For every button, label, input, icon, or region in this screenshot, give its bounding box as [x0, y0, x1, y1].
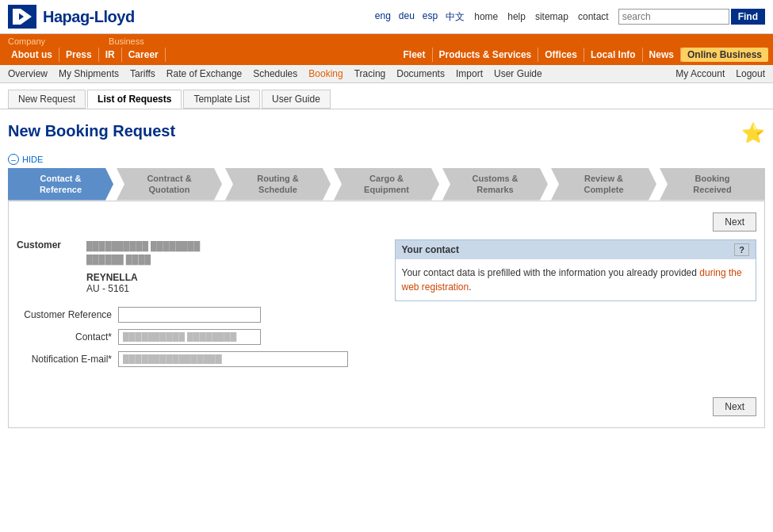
customer-reference-input[interactable]	[118, 307, 261, 323]
customer-location: AU - 5161	[86, 283, 200, 294]
notification-email-row: Notification E-mail*	[17, 351, 379, 367]
customer-details: ██████████ ████████ ██████ ████ REYNELLA…	[86, 239, 200, 294]
steps-bar: Contact &Reference Contract &Quotation R…	[0, 168, 773, 201]
bottom-next-button[interactable]: Next	[713, 397, 756, 416]
top-nav-links: home help sitemap contact	[474, 11, 608, 22]
subnav-overview[interactable]: Overview	[8, 68, 48, 79]
step-booking-received[interactable]: BookingReceived	[660, 168, 765, 201]
hide-circle-icon: –	[8, 154, 19, 165]
section-labels: Company Business	[0, 34, 773, 46]
customer-line2: ██████ ████	[86, 253, 200, 267]
company-section-label: Company	[8, 36, 45, 46]
nav-press[interactable]: Press	[59, 48, 99, 62]
logo-icon	[8, 5, 36, 29]
nav-career[interactable]: Career	[122, 48, 166, 62]
tab-list-of-requests[interactable]: List of Requests	[87, 90, 182, 109]
svg-marker-1	[13, 9, 19, 25]
tab-bar: New Request List of Requests Template Li…	[0, 83, 773, 109]
step-contact-reference[interactable]: Contact &Reference	[8, 168, 113, 201]
tab-template-list[interactable]: Template List	[183, 90, 260, 109]
top-next-row: Next	[17, 209, 756, 239]
subnav-import[interactable]: Import	[456, 68, 483, 79]
logo-text: Hapag-Lloyd	[43, 8, 135, 26]
nav-ir[interactable]: IR	[99, 48, 122, 62]
subnav-documents[interactable]: Documents	[396, 68, 445, 79]
sub-nav-right: My Account Logout	[675, 68, 765, 79]
notification-email-input[interactable]	[118, 351, 348, 367]
your-contact-title: Your contact	[402, 244, 459, 255]
subnav-user-guide[interactable]: User Guide	[494, 68, 542, 79]
step-cargo-equipment[interactable]: Cargo &Equipment	[334, 168, 439, 201]
subnav-tracing[interactable]: Tracing	[354, 68, 386, 79]
tab-user-guide[interactable]: User Guide	[262, 90, 331, 109]
step-contract-quotation[interactable]: Contract &Quotation	[117, 168, 222, 201]
customer-name: REYNELLA	[86, 272, 200, 283]
nav-products-services[interactable]: Products & Services	[433, 48, 539, 62]
lang-links: eng deu esp 中文	[375, 10, 465, 24]
nav-local-info[interactable]: Local Info	[584, 48, 643, 62]
customer-label: Customer	[17, 239, 80, 251]
customer-reference-row: Customer Reference	[17, 307, 379, 323]
subnav-my-shipments[interactable]: My Shipments	[59, 68, 119, 79]
contact-box-body: Your contact data is prefilled with the …	[396, 259, 756, 300]
nav-sitemap[interactable]: sitemap	[535, 11, 568, 22]
nav-news[interactable]: News	[643, 48, 681, 62]
contact-row: Contact*	[17, 329, 379, 345]
orange-nav-items: About us Press IR Career Fleet Products …	[0, 46, 773, 65]
nav-contact[interactable]: contact	[578, 11, 609, 22]
customer-section: Customer ██████████ ████████ ██████ ████…	[17, 239, 756, 389]
page-title-area: New Booking Request ⭐	[0, 109, 773, 151]
nav-help[interactable]: help	[507, 11, 526, 22]
nav-about-us[interactable]: About us	[5, 48, 59, 62]
subnav-schedules[interactable]: Schedules	[253, 68, 297, 79]
nav-fleet[interactable]: Fleet	[397, 48, 433, 62]
contact-input[interactable]	[118, 329, 261, 345]
contact-box-header: Your contact ?	[396, 240, 756, 259]
top-bar: Hapag-Lloyd eng deu esp 中文 home help sit…	[0, 0, 773, 34]
customer-row: Customer ██████████ ████████ ██████ ████…	[17, 239, 379, 294]
bottom-next-row: Next	[17, 389, 756, 419]
tab-new-request[interactable]: New Request	[8, 90, 86, 109]
your-contact-box: Your contact ? Your contact data is pref…	[395, 239, 757, 301]
subnav-booking[interactable]: Booking	[308, 68, 342, 79]
lang-deu[interactable]: deu	[399, 10, 415, 24]
search-button[interactable]: Find	[731, 9, 765, 25]
page-title: New Booking Request	[8, 122, 175, 140]
subnav-rate-of-exchange[interactable]: Rate of Exchange	[166, 68, 242, 79]
customer-right: Your contact ? Your contact data is pref…	[395, 239, 757, 373]
hide-label: HIDE	[22, 155, 43, 164]
sub-nav: Overview My Shipments Tariffs Rate of Ex…	[0, 65, 773, 83]
customer-left: Customer ██████████ ████████ ██████ ████…	[17, 239, 379, 373]
favorite-star-icon[interactable]: ⭐	[741, 122, 765, 144]
notification-email-label: Notification E-mail*	[17, 354, 112, 365]
nav-online-business[interactable]: Online Business	[681, 48, 768, 62]
orange-nav: Company Business About us Press IR Caree…	[0, 34, 773, 65]
subnav-my-account[interactable]: My Account	[675, 68, 725, 79]
logo: Hapag-Lloyd	[8, 5, 135, 29]
step-review-complete[interactable]: Review &Complete	[551, 168, 656, 201]
contact-label: Contact*	[17, 331, 112, 343]
contact-box-help-button[interactable]: ?	[734, 243, 749, 256]
lang-esp[interactable]: esp	[423, 10, 438, 24]
registration-link[interactable]: during the web registration	[402, 267, 742, 293]
nav-home[interactable]: home	[474, 11, 498, 22]
search-input[interactable]	[618, 9, 729, 25]
customer-reference-label: Customer Reference	[17, 309, 112, 320]
sub-nav-left: Overview My Shipments Tariffs Rate of Ex…	[8, 68, 542, 79]
subnav-logout[interactable]: Logout	[736, 68, 765, 79]
hide-bar[interactable]: – HIDE	[0, 151, 773, 168]
nav-offices[interactable]: Offices	[538, 48, 584, 62]
lang-eng[interactable]: eng	[375, 10, 391, 24]
step-customs-remarks[interactable]: Customs &Remarks	[442, 168, 548, 201]
top-next-button[interactable]: Next	[713, 212, 756, 232]
lang-zh[interactable]: 中文	[446, 10, 465, 24]
content-area: Next Customer ██████████ ████████ ██████…	[8, 201, 765, 428]
step-routing-schedule[interactable]: Routing &Schedule	[225, 168, 331, 201]
top-right-area: eng deu esp 中文 home help sitemap contact…	[375, 9, 765, 25]
business-section-label: Business	[109, 36, 144, 46]
customer-line1: ██████████ ████████	[86, 239, 200, 254]
subnav-tariffs[interactable]: Tariffs	[130, 68, 155, 79]
search-area: Find	[618, 9, 765, 25]
